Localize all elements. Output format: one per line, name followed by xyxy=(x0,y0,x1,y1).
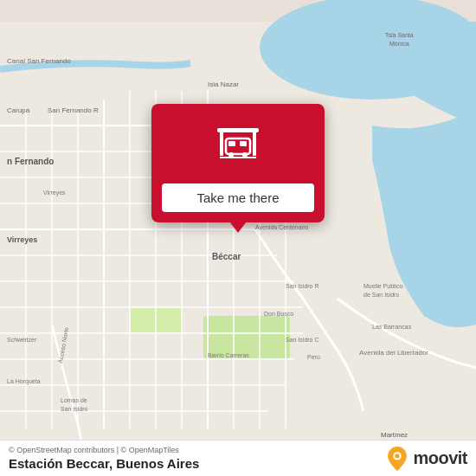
svg-rect-58 xyxy=(253,128,256,156)
svg-text:San Isidro C: San Isidro C xyxy=(286,337,319,343)
svg-text:Martínez: Martínez xyxy=(381,431,408,439)
svg-rect-56 xyxy=(217,128,259,132)
popup-card: Take me there xyxy=(151,104,325,222)
svg-text:Isla Nazar: Isla Nazar xyxy=(208,80,239,88)
bottom-bar: © OpenStreetMap contributors | © OpenMap… xyxy=(0,440,476,476)
svg-text:San Isidro R: San Isidro R xyxy=(286,283,319,289)
moovit-pin-icon xyxy=(385,447,409,471)
svg-rect-60 xyxy=(228,141,235,146)
svg-point-66 xyxy=(396,453,400,458)
svg-text:Virreyes: Virreyes xyxy=(43,190,66,196)
svg-text:Mónica: Mónica xyxy=(389,41,409,47)
svg-text:Don Bosco: Don Bosco xyxy=(264,311,293,317)
svg-text:Béccar: Béccar xyxy=(212,252,241,261)
svg-text:La Horqueta: La Horqueta xyxy=(7,378,41,385)
svg-text:Canal San Fernando: Canal San Fernando xyxy=(7,57,71,65)
svg-text:San Isidro: San Isidro xyxy=(61,406,88,412)
svg-text:Carupá: Carupá xyxy=(7,106,30,114)
svg-text:Avenida Centenario: Avenida Centenario xyxy=(255,224,308,230)
svg-text:Perú: Perú xyxy=(307,354,320,360)
map-attribution: © OpenStreetMap contributors | © OpenMap… xyxy=(9,446,199,454)
svg-rect-57 xyxy=(220,128,223,156)
svg-text:Schweitzer: Schweitzer xyxy=(7,337,37,343)
svg-text:Muelle Publico: Muelle Publico xyxy=(363,283,403,289)
svg-text:Virreyes: Virreyes xyxy=(7,235,37,244)
svg-text:Lomas de: Lomas de xyxy=(61,397,87,403)
bus-stop-icon xyxy=(210,118,266,173)
svg-text:Barrio Carreras: Barrio Carreras xyxy=(208,352,249,358)
svg-text:Tsla Santa: Tsla Santa xyxy=(385,32,414,38)
svg-text:de San Isidro: de San Isidro xyxy=(363,292,399,298)
svg-rect-61 xyxy=(240,141,247,146)
svg-text:Avenida del Libertador: Avenida del Libertador xyxy=(359,349,428,357)
svg-text:n Fernando: n Fernando xyxy=(7,157,54,166)
svg-text:San Fernando R: San Fernando R xyxy=(48,106,99,114)
moovit-brand-text: moovit xyxy=(413,448,467,468)
moovit-logo: moovit xyxy=(385,447,467,471)
station-name: Estación Beccar, Buenos Aires xyxy=(9,456,199,471)
bottom-left-info: © OpenStreetMap contributors | © OpenMap… xyxy=(9,446,199,471)
map-background: Canal San Fernando Carupá San Fernando R… xyxy=(0,0,476,476)
svg-text:Las Barrancas: Las Barrancas xyxy=(372,324,412,330)
take-me-there-button[interactable]: Take me there xyxy=(162,183,314,212)
map-container: Canal San Fernando Carupá San Fernando R… xyxy=(0,0,476,476)
